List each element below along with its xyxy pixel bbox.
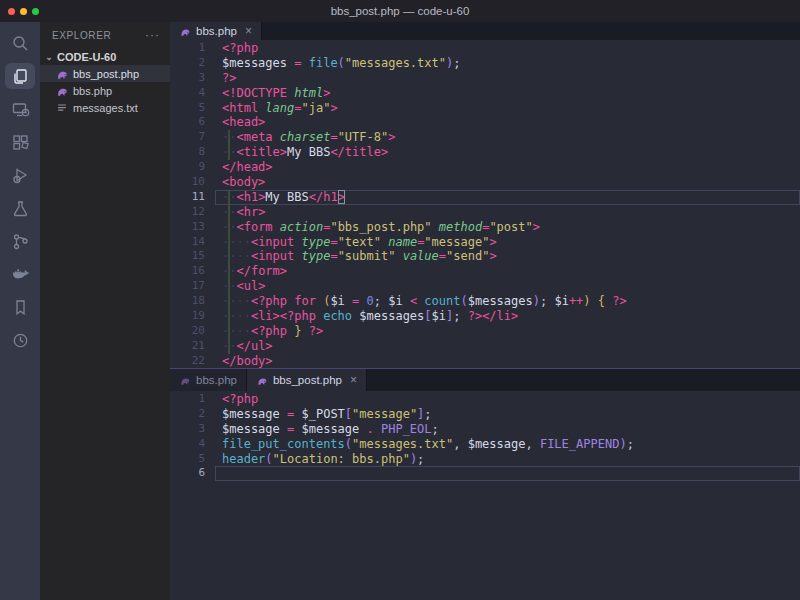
code-line[interactable]: 20····<?php } ?> <box>170 324 800 339</box>
tabbar-top: bbs.php × <box>170 22 800 40</box>
line-number: 8 <box>170 145 215 160</box>
line-number: 21 <box>170 339 215 354</box>
line-number: 14 <box>170 235 215 250</box>
php-file-icon <box>256 375 268 386</box>
code-line[interactable]: 21··</ul> <box>170 339 800 354</box>
docker-whale-icon[interactable] <box>5 261 35 287</box>
code-line[interactable]: 19····<li><?php echo $messages[$i]; ?></… <box>170 309 800 324</box>
line-number: 4 <box>170 86 215 101</box>
line-number: 11 <box>170 190 215 205</box>
code-line[interactable]: 7··<meta charset="UTF-8"> <box>170 130 800 145</box>
line-number: 9 <box>170 160 215 175</box>
titlebar: bbs_post.php — code-u-60 <box>0 0 800 22</box>
editor-window: bbs_post.php — code-u-60 <box>0 0 800 600</box>
line-number: 4 <box>170 437 215 452</box>
testing-beaker-icon[interactable] <box>5 195 35 221</box>
explorer-sidebar: EXPLORER ··· ⌄ CODE-U-60 bbs_post.php bb… <box>40 22 170 600</box>
maximize-window-button[interactable] <box>32 8 39 15</box>
tab-bbs-php-top[interactable]: bbs.php × <box>170 22 262 40</box>
extensions-icon[interactable] <box>5 129 35 155</box>
line-number: 2 <box>170 56 215 71</box>
explorer-icon[interactable] <box>5 63 35 89</box>
window-title: bbs_post.php — code-u-60 <box>0 5 800 17</box>
remote-explorer-icon[interactable] <box>5 96 35 122</box>
bottom-code: 1<?php2$message = $_POST["message"];3$me… <box>170 391 800 600</box>
code-line[interactable]: 6<head> <box>170 115 800 130</box>
code-line[interactable]: 4<!DOCTYPE html> <box>170 86 800 101</box>
line-number: 5 <box>170 101 215 116</box>
bookmarks-icon[interactable] <box>5 294 35 320</box>
search-icon[interactable] <box>5 30 35 56</box>
code-line[interactable]: 1<?php <box>170 41 800 56</box>
tabbar-bottom: bbs.php bbs_post.php × <box>170 369 800 391</box>
activity-bar <box>0 22 40 600</box>
file-item-bbs-post-php[interactable]: bbs_post.php <box>40 65 170 82</box>
code-line[interactable]: 13··<form action="bbs_post.php" method="… <box>170 220 800 235</box>
code-line[interactable]: 4file_put_contents("messages.txt", $mess… <box>170 437 800 452</box>
code-line[interactable]: 18····<?php for ($i = 0; $i < count($mes… <box>170 294 800 309</box>
code-line[interactable]: 1<?php <box>170 392 800 407</box>
code-line[interactable]: 3$message = $message . PHP_EOL; <box>170 422 800 437</box>
line-number: 15 <box>170 249 215 264</box>
tab-bbs-post-php-bottom[interactable]: bbs_post.php × <box>247 369 367 391</box>
line-number: 3 <box>170 422 215 437</box>
run-debug-icon[interactable] <box>5 162 35 188</box>
code-line[interactable]: 2$message = $_POST["message"]; <box>170 407 800 422</box>
line-number: 12 <box>170 205 215 220</box>
code-line[interactable]: 6 <box>170 466 800 481</box>
line-number: 20 <box>170 324 215 339</box>
line-number: 22 <box>170 354 215 368</box>
line-number: 16 <box>170 264 215 279</box>
chevron-down-icon: ⌄ <box>44 52 54 62</box>
folder-root[interactable]: ⌄ CODE-U-60 <box>40 48 170 65</box>
line-number: 13 <box>170 220 215 235</box>
code-line[interactable]: 5<html lang="ja"> <box>170 101 800 116</box>
timeline-clock-icon[interactable] <box>5 327 35 353</box>
php-file-icon <box>56 68 68 80</box>
code-line[interactable]: 2$messages = file("messages.txt"); <box>170 56 800 71</box>
top-code: 1<?php2$messages = file("messages.txt");… <box>170 40 800 368</box>
line-number: 1 <box>170 41 215 56</box>
window-controls <box>8 8 39 15</box>
line-number: 17 <box>170 279 215 294</box>
code-line[interactable]: 5header("Location: bbs.php"); <box>170 452 800 467</box>
code-line[interactable]: 3?> <box>170 71 800 86</box>
file-item-messages-txt[interactable]: messages.txt <box>40 99 170 116</box>
line-number: 19 <box>170 309 215 324</box>
code-line[interactable]: 10<body> <box>170 175 800 190</box>
text-file-icon <box>56 102 68 114</box>
code-line[interactable]: 15····<input type="submit" value="send"> <box>170 249 800 264</box>
code-line[interactable]: 8··<title>My BBS</title> <box>170 145 800 160</box>
code-line[interactable]: 22</body> <box>170 354 800 368</box>
editor-group-top: bbs.php × 1<?php2$messages = file("messa… <box>170 22 800 368</box>
editor-group-bottom: bbs.php bbs_post.php × 1<?php2$message =… <box>170 368 800 600</box>
code-line[interactable]: 16··</form> <box>170 264 800 279</box>
code-line[interactable]: 12··<hr> <box>170 205 800 220</box>
code-line[interactable]: 11··<h1>My BBS</h1> <box>170 190 800 205</box>
code-line[interactable]: 14····<input type="text" name="message"> <box>170 235 800 250</box>
line-number: 10 <box>170 175 215 190</box>
code-line[interactable]: 17··<ul> <box>170 279 800 294</box>
explorer-header: EXPLORER <box>52 30 111 41</box>
code-line[interactable]: 9</head> <box>170 160 800 175</box>
line-number: 5 <box>170 452 215 467</box>
line-number: 6 <box>170 466 215 481</box>
php-file-icon <box>56 85 68 97</box>
minimize-window-button[interactable] <box>20 8 27 15</box>
line-number: 7 <box>170 130 215 145</box>
tab-bbs-php-bottom[interactable]: bbs.php <box>170 369 247 391</box>
php-file-icon <box>179 26 191 37</box>
close-window-button[interactable] <box>8 8 15 15</box>
explorer-more-actions-icon[interactable]: ··· <box>145 28 160 42</box>
php-file-icon <box>179 375 191 386</box>
line-number: 18 <box>170 294 215 309</box>
line-number: 6 <box>170 115 215 130</box>
line-number: 1 <box>170 392 215 407</box>
close-tab-icon[interactable]: × <box>245 25 252 37</box>
close-tab-icon[interactable]: × <box>350 374 357 386</box>
source-control-graph-icon[interactable] <box>5 228 35 254</box>
line-number: 2 <box>170 407 215 422</box>
file-item-bbs-php[interactable]: bbs.php <box>40 82 170 99</box>
line-number: 3 <box>170 71 215 86</box>
